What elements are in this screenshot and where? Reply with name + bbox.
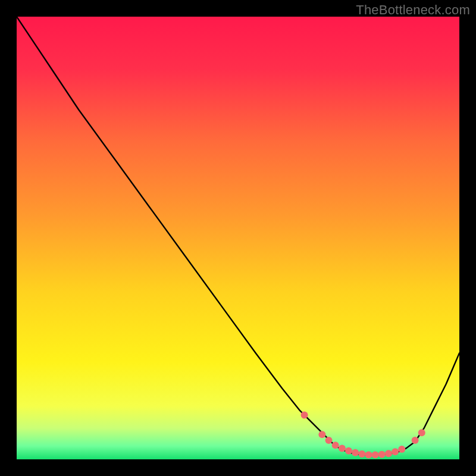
chart-svg xyxy=(17,17,459,459)
chart-background xyxy=(17,17,459,459)
data-point xyxy=(339,444,346,452)
data-point xyxy=(365,452,372,459)
data-point xyxy=(345,447,352,455)
data-point xyxy=(385,450,392,457)
data-point xyxy=(398,446,405,453)
data-point xyxy=(378,451,386,458)
data-point xyxy=(318,431,325,438)
data-point xyxy=(358,450,365,458)
data-point xyxy=(418,429,425,436)
plot-area xyxy=(17,17,459,459)
data-point xyxy=(372,452,379,459)
data-point xyxy=(332,441,339,449)
data-point xyxy=(392,448,399,455)
watermark-label: TheBottleneck.com xyxy=(356,2,470,18)
data-point xyxy=(325,437,333,444)
data-point xyxy=(412,437,419,444)
chart-frame: TheBottleneck.com xyxy=(0,0,476,476)
data-point xyxy=(301,412,308,419)
data-point xyxy=(352,449,359,456)
